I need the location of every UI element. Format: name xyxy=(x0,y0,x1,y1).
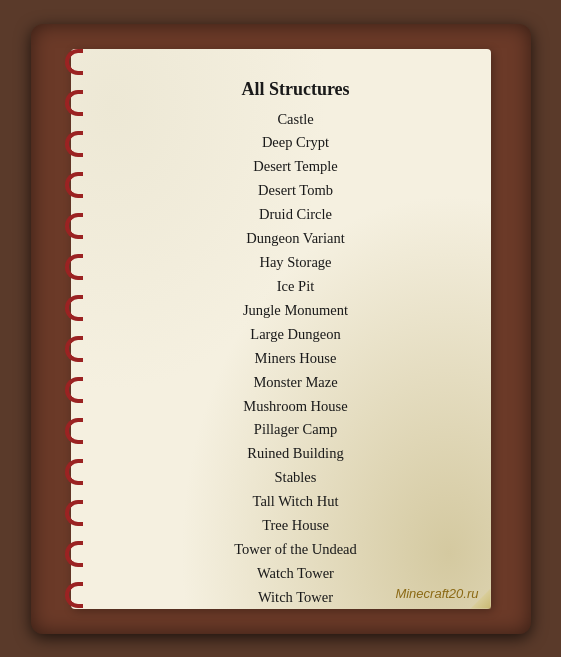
spiral-binding xyxy=(65,49,83,75)
list-item: Dungeon Variant xyxy=(234,227,357,251)
list-item: Tree House xyxy=(234,514,357,538)
list-item: Tall Witch Hut xyxy=(234,490,357,514)
list-item: Castle xyxy=(234,108,357,132)
list-item: Desert Temple xyxy=(234,155,357,179)
list-item: Pillager Camp xyxy=(234,418,357,442)
spiral-binding xyxy=(65,418,83,444)
list-item: Hay Storage xyxy=(234,251,357,275)
spiral-binding xyxy=(65,295,83,321)
list-item: Large Dungeon xyxy=(234,323,357,347)
content: All Structures CastleDeep CryptDesert Te… xyxy=(121,79,471,610)
list-item: Jungle Monument xyxy=(234,299,357,323)
list-item: Witch Tower xyxy=(234,586,357,610)
book-outer: All Structures CastleDeep CryptDesert Te… xyxy=(31,24,531,634)
binding xyxy=(59,24,89,634)
list-item: Tower of the Undead xyxy=(234,538,357,562)
spiral-binding xyxy=(65,500,83,526)
list-item: Stables xyxy=(234,466,357,490)
spiral-binding xyxy=(65,131,83,157)
spiral-binding xyxy=(65,459,83,485)
list-item: Watch Tower xyxy=(234,562,357,586)
list-item: Deep Crypt xyxy=(234,131,357,155)
structure-list: CastleDeep CryptDesert TempleDesert Tomb… xyxy=(234,108,357,610)
list-item: Monster Maze xyxy=(234,371,357,395)
spiral-binding xyxy=(65,336,83,362)
spiral-binding xyxy=(65,582,83,608)
watermark: Minecraft20.ru xyxy=(395,586,478,601)
spiral-binding xyxy=(65,213,83,239)
list-item: Mushroom House xyxy=(234,395,357,419)
spiral-binding xyxy=(65,541,83,567)
spiral-binding xyxy=(65,172,83,198)
spiral-binding xyxy=(65,254,83,280)
page-title: All Structures xyxy=(241,79,349,100)
spiral-binding xyxy=(65,377,83,403)
page: All Structures CastleDeep CryptDesert Te… xyxy=(71,49,491,609)
spiral-binding xyxy=(65,90,83,116)
list-item: Desert Tomb xyxy=(234,179,357,203)
list-item: Druid Circle xyxy=(234,203,357,227)
list-item: Miners House xyxy=(234,347,357,371)
list-item: Ruined Building xyxy=(234,442,357,466)
list-item: Ice Pit xyxy=(234,275,357,299)
